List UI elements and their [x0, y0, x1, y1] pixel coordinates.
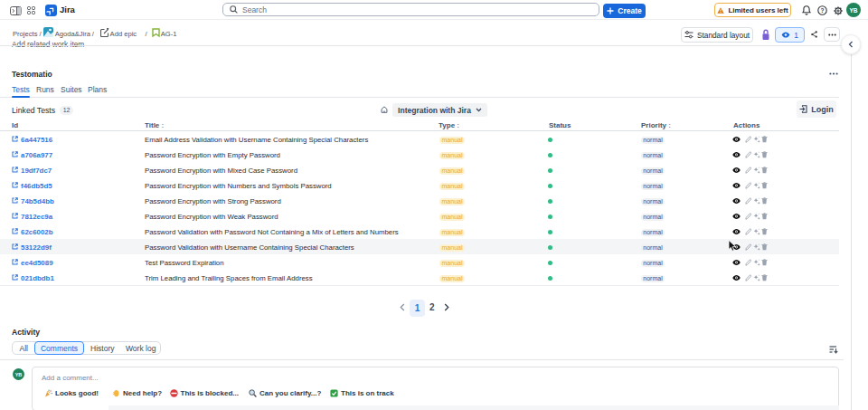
svg-text:?: ? [821, 7, 825, 14]
